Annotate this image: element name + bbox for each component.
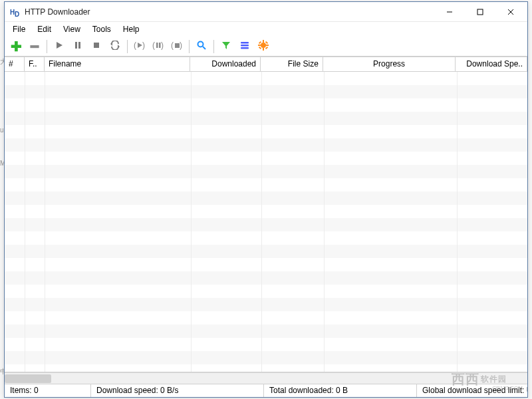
download-table: # F.. Filename Downloaded File Size Prog…	[5, 57, 527, 384]
status-items-label: Items:	[10, 386, 32, 395]
restart-icon	[110, 41, 120, 52]
svg-rect-32	[265, 41, 268, 44]
stop-button[interactable]	[88, 38, 105, 55]
svg-text:D: D	[15, 11, 19, 17]
funnel-icon	[221, 41, 231, 52]
play-icon	[55, 41, 64, 52]
filter-button[interactable]	[217, 38, 235, 55]
toolbar-separator	[189, 40, 190, 53]
svg-rect-31	[259, 41, 261, 44]
settings-button[interactable]	[255, 38, 272, 55]
play-bracket-icon: ()	[134, 41, 146, 52]
svg-rect-9	[94, 43, 99, 48]
col-header-speed[interactable]: Download Spe..	[456, 57, 527, 72]
svg-point-20	[198, 42, 203, 47]
svg-rect-14	[156, 43, 158, 48]
svg-rect-3	[477, 9, 483, 15]
menu-view[interactable]: View	[58, 23, 86, 35]
stop-bracket-icon: ()	[171, 41, 183, 52]
status-total-label: Total downloaded:	[269, 386, 334, 395]
svg-marker-11	[138, 43, 142, 48]
svg-rect-34	[265, 47, 268, 49]
svg-text:): )	[142, 41, 145, 50]
queue-button[interactable]	[236, 38, 253, 55]
svg-point-26	[261, 43, 266, 48]
minimize-button[interactable]	[434, 2, 465, 21]
status-items: Items: 0	[5, 384, 91, 397]
titlebar[interactable]: H D HTTP Downloader	[5, 2, 527, 22]
status-total: Total downloaded: 0 B	[264, 384, 417, 397]
svg-rect-29	[258, 45, 261, 46]
col-divider	[25, 72, 25, 372]
pause-bracket-icon: ()	[152, 41, 164, 52]
svg-rect-30	[266, 45, 269, 46]
gear-icon	[258, 40, 269, 53]
menu-help[interactable]: Help	[118, 23, 145, 35]
desktop-background: 大 un M 中 H D HTTP Downloader	[0, 0, 532, 399]
pause-icon	[73, 41, 82, 52]
col-header-downloaded[interactable]: Downloaded	[190, 57, 261, 72]
col-header-num[interactable]: #	[5, 57, 25, 72]
svg-rect-27	[263, 40, 264, 43]
col-divider	[45, 72, 45, 372]
menu-file[interactable]: File	[7, 23, 31, 35]
svg-line-21	[203, 47, 205, 49]
svg-rect-18	[175, 43, 180, 48]
add-button[interactable]: ✚	[7, 38, 25, 55]
search-icon	[196, 40, 207, 53]
list-icon	[240, 41, 249, 52]
col-divider	[457, 72, 458, 372]
menu-tools[interactable]: Tools	[87, 23, 116, 35]
window-title: HTTP Downloader	[25, 7, 434, 17]
status-items-value: 0	[34, 386, 39, 395]
svg-rect-33	[259, 47, 261, 49]
app-icon: H D	[10, 7, 21, 17]
svg-text:): )	[161, 41, 164, 50]
status-speed-label: Download speed:	[96, 386, 158, 395]
svg-rect-24	[241, 45, 249, 47]
col-header-progress[interactable]: Progress	[323, 57, 456, 72]
window-controls	[434, 2, 526, 21]
pause-button[interactable]	[69, 38, 86, 55]
maximize-button[interactable]	[465, 2, 495, 21]
svg-marker-6	[57, 42, 63, 49]
toolbar-separator	[127, 40, 128, 53]
svg-rect-7	[75, 42, 77, 49]
col-divider	[324, 72, 325, 372]
svg-rect-25	[241, 47, 249, 49]
start-all-button[interactable]: ()	[131, 38, 148, 55]
svg-text:(: (	[152, 41, 155, 50]
remove-button[interactable]: ━	[26, 38, 43, 55]
toolbar: ✚ ━	[5, 37, 527, 57]
svg-text:(: (	[134, 41, 136, 50]
col-header-filename[interactable]: Filename	[45, 57, 190, 72]
status-speed: Download speed: 0 B/s	[91, 384, 264, 397]
table-body[interactable]	[5, 72, 527, 372]
start-button[interactable]	[51, 38, 68, 55]
menu-edit[interactable]: Edit	[32, 23, 57, 35]
stop-all-button[interactable]: ()	[168, 38, 186, 55]
status-limit-value: Unlimited	[527, 386, 527, 395]
scrollbar-thumb[interactable]	[5, 374, 51, 383]
svg-rect-28	[263, 48, 264, 51]
horizontal-scrollbar[interactable]	[5, 372, 527, 384]
close-button[interactable]	[495, 2, 526, 21]
col-header-flag[interactable]: F..	[25, 57, 45, 72]
svg-text:(: (	[171, 41, 174, 50]
col-divider	[191, 72, 192, 372]
menubar: File Edit View Tools Help	[5, 22, 527, 37]
status-limit-label: Global download speed limit:	[422, 386, 524, 395]
status-limit: Global download speed limit: Unlimited	[417, 384, 527, 397]
table-header: # F.. Filename Downloaded File Size Prog…	[5, 57, 527, 72]
stop-icon	[92, 41, 101, 52]
pause-all-button[interactable]: ()	[150, 38, 167, 55]
svg-rect-23	[241, 42, 249, 44]
app-window: H D HTTP Downloader File Edit Vie	[4, 1, 528, 398]
minus-icon: ━	[31, 40, 39, 53]
search-button[interactable]	[193, 38, 210, 55]
col-header-filesize[interactable]: File Size	[261, 57, 323, 72]
status-total-value: 0 B	[336, 386, 348, 395]
col-divider	[261, 72, 262, 372]
plus-icon: ✚	[11, 40, 22, 53]
restart-button[interactable]	[106, 38, 124, 55]
